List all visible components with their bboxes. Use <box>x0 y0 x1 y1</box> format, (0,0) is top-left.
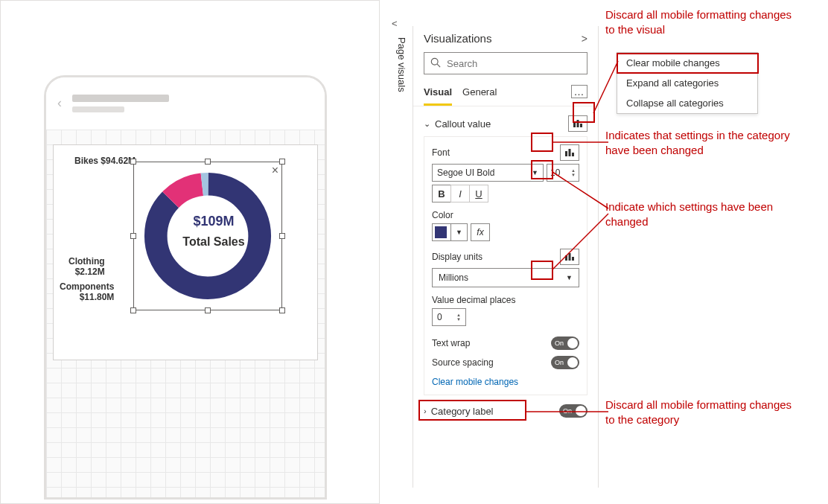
color-dropdown[interactable]: ▼ <box>451 223 468 241</box>
canvas-area: ‹ Bikes $94.62M × <box>0 0 380 504</box>
resize-handle[interactable] <box>130 233 136 239</box>
page-visuals-tab[interactable]: Page visuals <box>391 37 407 92</box>
category-changed-icon[interactable] <box>568 115 587 132</box>
resize-handle[interactable] <box>279 159 285 165</box>
color-label: Color <box>432 210 453 220</box>
fx-button[interactable]: fx <box>471 223 490 241</box>
more-options-button[interactable]: … <box>571 85 587 98</box>
search-box[interactable] <box>424 52 587 74</box>
svg-rect-7 <box>580 124 582 127</box>
resize-handle[interactable] <box>130 307 136 313</box>
clear-mobile-changes-link[interactable]: Clear mobile changes <box>432 377 518 387</box>
resize-handle[interactable] <box>279 307 285 313</box>
resize-handle[interactable] <box>130 159 136 165</box>
font-value: Segoe UI Bold <box>437 168 494 178</box>
color-swatch <box>435 226 447 238</box>
display-units-value: Millions <box>439 272 468 283</box>
font-label: Font <box>432 147 450 158</box>
category-label-toggle[interactable]: On <box>559 404 587 418</box>
title-skeleton <box>72 95 169 112</box>
display-units-select[interactable]: Millions ▼ <box>432 268 579 287</box>
spinner-icon[interactable]: ▲▼ <box>571 168 576 177</box>
spinner-icon[interactable]: ▲▼ <box>456 313 461 322</box>
anno-settings-changed: Indicate which settings have been change… <box>605 200 799 229</box>
text-wrap-toggle[interactable]: On <box>551 336 579 350</box>
collapse-chevron-icon[interactable]: < <box>392 18 398 29</box>
svg-rect-6 <box>577 120 579 127</box>
italic-button[interactable]: I <box>450 185 470 202</box>
chevron-down-icon: ▼ <box>566 274 573 281</box>
svg-rect-12 <box>569 253 571 261</box>
color-picker[interactable] <box>432 223 451 241</box>
text-wrap-label: Text wrap <box>432 338 470 348</box>
svg-line-4 <box>437 64 440 67</box>
category-category-label[interactable]: › Category label On <box>413 395 598 427</box>
font-size-value: 10 <box>550 168 560 178</box>
svg-rect-8 <box>565 151 567 156</box>
bold-button[interactable]: B <box>432 185 451 202</box>
resize-handle[interactable] <box>205 159 211 165</box>
anno-discard-category: Discard all mobile formatting changes to… <box>605 398 799 427</box>
decimal-value: 0 <box>437 312 442 322</box>
font-select[interactable]: Segoe UI Bold ▼ <box>432 164 544 182</box>
menu-collapse-all[interactable]: Collapse all categories <box>617 93 757 113</box>
font-changed-icon[interactable] <box>560 144 579 161</box>
source-spacing-toggle[interactable]: On <box>551 356 579 369</box>
font-size-input[interactable]: 10 ▲▼ <box>547 164 579 182</box>
category-title: Category label <box>431 406 494 417</box>
chevron-down-icon: ▼ <box>532 169 538 176</box>
display-units-label: Display units <box>432 252 483 262</box>
phone-header: ‹ <box>46 77 325 130</box>
panel-collapse-icon[interactable]: > <box>582 33 587 45</box>
resize-handle[interactable] <box>205 307 211 313</box>
anno-discard-visual: Discard all mobile formatting changes to… <box>605 7 799 36</box>
svg-rect-5 <box>573 122 576 127</box>
resize-handle[interactable] <box>279 233 285 239</box>
search-input[interactable] <box>445 57 581 70</box>
menu-clear-mobile-changes[interactable]: Clear mobile changes <box>617 53 757 73</box>
anno-category-changed: Indicates that settings in the category … <box>605 128 806 157</box>
decimal-input[interactable]: 0 ▲▼ <box>432 308 466 326</box>
underline-button[interactable]: U <box>469 185 488 202</box>
chart-card[interactable]: Bikes $94.62M × <box>53 144 318 360</box>
search-icon <box>430 57 441 70</box>
chevron-down-icon: ⌄ <box>424 119 430 129</box>
decimal-label: Value decimal places <box>432 295 516 305</box>
chevron-right-icon: › <box>424 406 427 415</box>
svg-rect-10 <box>572 153 574 156</box>
menu-expand-all[interactable]: Expand all categories <box>617 73 757 93</box>
svg-rect-11 <box>565 255 567 261</box>
tab-general[interactable]: General <box>462 82 497 106</box>
category-title: Callout value <box>435 118 491 130</box>
back-icon[interactable]: ‹ <box>57 95 62 111</box>
source-spacing-label: Source spacing <box>432 357 494 368</box>
design-grid[interactable]: Bikes $94.62M × <box>46 130 325 497</box>
data-label-components: Components $11.80M <box>60 281 114 303</box>
tab-visual[interactable]: Visual <box>424 82 452 106</box>
visualizations-panel: Visualizations > Visual General … ⌄ Call… <box>413 26 599 488</box>
center-label: Total Sales <box>180 235 247 249</box>
center-value: $109M <box>180 214 247 229</box>
data-label-clothing: Clothing $2.12M <box>69 256 105 278</box>
more-options-menu: Clear mobile changes Expand all categori… <box>617 52 758 114</box>
phone-mockup: ‹ Bikes $94.62M × <box>44 75 327 500</box>
svg-point-3 <box>431 58 438 65</box>
callout-section: Font Segoe UI Bold ▼ 10 ▲▼ B I U <box>424 136 587 395</box>
chart-center: $109M Total Sales <box>180 214 247 249</box>
display-units-changed-icon[interactable] <box>560 249 579 265</box>
svg-rect-9 <box>569 149 571 156</box>
panel-title: Visualizations <box>424 32 491 45</box>
data-label-bikes: Bikes $94.62M <box>74 156 136 166</box>
svg-rect-13 <box>572 257 574 261</box>
category-callout-value[interactable]: ⌄ Callout value <box>413 106 598 136</box>
